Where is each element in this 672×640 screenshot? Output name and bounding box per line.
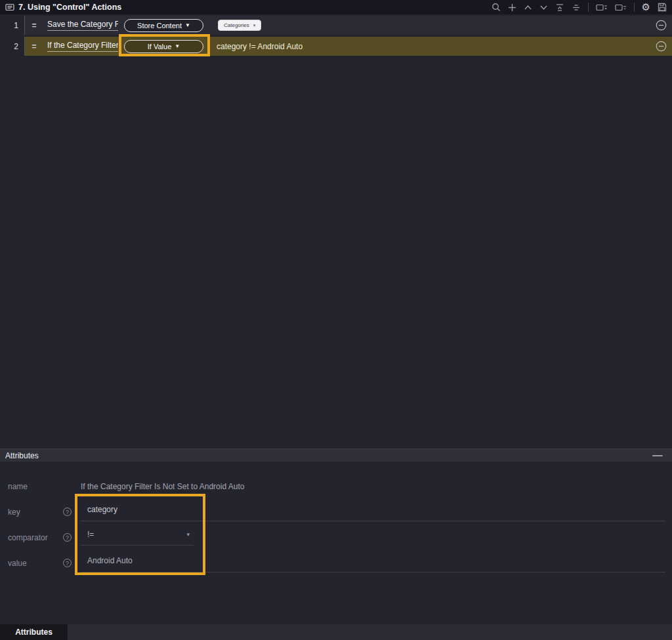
action-type-dropdown[interactable]: Store Content ▼ bbox=[124, 19, 203, 32]
caret-down-icon: ▼ bbox=[185, 23, 190, 28]
categories-chip[interactable]: Categories ▾ bbox=[218, 20, 261, 31]
field-label: name bbox=[8, 482, 63, 491]
step-name-input[interactable]: If the Category Filter bbox=[47, 41, 118, 52]
title-bar: 7. Using "Control" Actions bbox=[0, 0, 672, 14]
field-row-comparator: comparator ? != ▾ bbox=[0, 525, 672, 550]
chevron-down-icon: ▾ bbox=[253, 23, 256, 28]
toolbar-separator bbox=[634, 3, 635, 12]
assign-symbol: = bbox=[25, 21, 43, 30]
attributes-header-title: Attributes bbox=[5, 451, 39, 460]
categories-chip-label: Categories bbox=[224, 22, 249, 28]
step-row-1[interactable]: 1 = Save the Category F Store Content ▼ … bbox=[0, 16, 672, 35]
bottom-tab-bar: Attributes bbox=[0, 624, 672, 640]
settings-gear-icon[interactable]: ⚙ bbox=[642, 3, 650, 12]
field-label: key bbox=[8, 508, 63, 517]
move-up-icon[interactable] bbox=[524, 3, 532, 12]
field-row-key: key ? category bbox=[0, 499, 672, 525]
attributes-panel-header: Attributes bbox=[0, 449, 672, 462]
collapse-all-icon[interactable] bbox=[555, 3, 564, 12]
name-value[interactable]: If the Category Filter Is Not Set to And… bbox=[81, 482, 244, 491]
toolbar: ⚙ bbox=[492, 3, 667, 12]
action-type-dropdown[interactable]: If Value ▼ bbox=[124, 40, 203, 53]
search-icon[interactable] bbox=[492, 3, 501, 12]
caret-down-icon: ▼ bbox=[175, 44, 180, 49]
comparator-value: != bbox=[87, 530, 94, 539]
value-input[interactable]: Android Auto bbox=[81, 554, 665, 572]
tab-attributes[interactable]: Attributes bbox=[0, 624, 68, 640]
save-icon[interactable] bbox=[658, 3, 667, 12]
key-input[interactable]: category bbox=[81, 503, 665, 521]
document-list-icon bbox=[5, 3, 14, 12]
value-value: Android Auto bbox=[87, 556, 133, 565]
help-icon[interactable]: ? bbox=[63, 559, 72, 567]
field-label: comparator bbox=[8, 533, 63, 542]
action-type-label: If Value bbox=[148, 43, 172, 50]
action-editor: 1 = Save the Category F Store Content ▼ … bbox=[0, 14, 672, 449]
minimize-panel-icon[interactable] bbox=[652, 453, 663, 458]
add-step-icon[interactable] bbox=[508, 3, 516, 12]
action-type-label: Store Content bbox=[137, 22, 182, 30]
chevron-down-icon: ▾ bbox=[186, 531, 190, 538]
remove-step-icon[interactable] bbox=[656, 41, 667, 52]
help-icon[interactable]: ? bbox=[63, 508, 72, 516]
panel-collapse-top-icon[interactable] bbox=[596, 3, 608, 12]
step-number: 2 bbox=[0, 37, 25, 56]
step-number: 1 bbox=[0, 16, 25, 35]
step-row-2-selected[interactable]: 2 = If the Category Filter If Value ▼ ca… bbox=[0, 37, 672, 56]
field-row-value: value ? Android Auto bbox=[0, 550, 672, 576]
comparator-dropdown[interactable]: != ▾ bbox=[81, 530, 194, 546]
step-name-input[interactable]: Save the Category F bbox=[47, 20, 118, 31]
field-row-name: name If the Category Filter Is Not Set t… bbox=[0, 473, 672, 499]
panel-collapse-bottom-icon[interactable] bbox=[615, 3, 627, 12]
move-down-icon[interactable] bbox=[539, 3, 548, 12]
remove-step-icon[interactable] bbox=[656, 20, 667, 31]
toolbar-separator bbox=[588, 3, 589, 12]
condition-summary: category != Android Auto bbox=[217, 42, 303, 51]
help-icon[interactable]: ? bbox=[63, 533, 72, 542]
field-label: value bbox=[8, 559, 63, 568]
key-value: category bbox=[87, 505, 117, 514]
expand-all-icon[interactable] bbox=[572, 3, 581, 12]
window-title: 7. Using "Control" Actions bbox=[18, 3, 121, 12]
assign-symbol: = bbox=[25, 42, 43, 51]
attributes-panel: name If the Category Filter Is Not Set t… bbox=[0, 462, 672, 624]
